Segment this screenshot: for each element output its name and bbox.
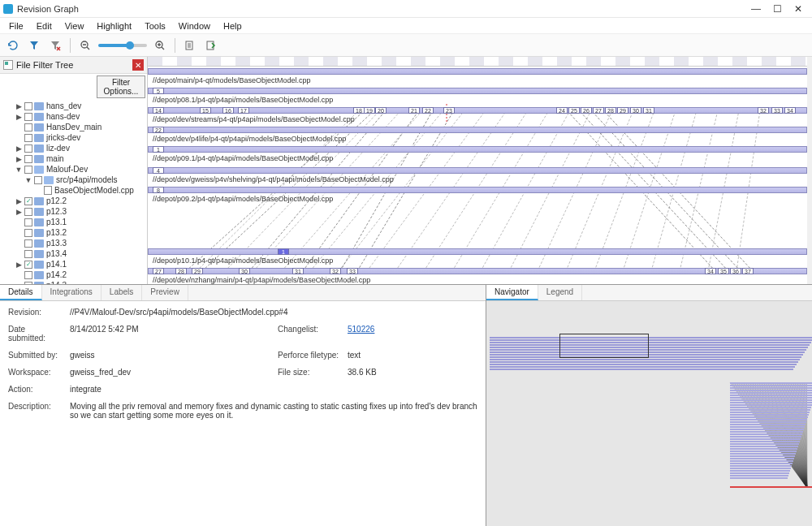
revision-box[interactable]: 23 [443, 107, 455, 114]
tree-item[interactable]: HansDev_main [0, 122, 147, 132]
revision-box[interactable]: 20 [375, 107, 387, 114]
close-button[interactable]: ✕ [793, 3, 804, 15]
revision-box[interactable]: 26 [581, 107, 592, 114]
tree-item[interactable]: ▶hans_dev [0, 101, 147, 111]
revision-box[interactable]: 17 [238, 107, 249, 114]
expand-icon[interactable]: ▼ [24, 176, 32, 184]
expand-icon[interactable]: ▶ [15, 197, 23, 205]
checkbox[interactable] [24, 229, 32, 237]
checkbox[interactable] [24, 155, 32, 163]
refresh-icon[interactable] [5, 37, 21, 54]
expand-icon[interactable]: ▶ [15, 155, 23, 163]
menu-tools[interactable]: Tools [139, 19, 171, 32]
checkbox[interactable] [24, 250, 32, 258]
expand-icon[interactable]: ▶ [15, 261, 23, 269]
revision-box[interactable]: 34 [784, 107, 796, 114]
minimize-button[interactable]: — [750, 3, 762, 15]
file-tree[interactable]: ▶hans_dev▶hans-devHansDev_mainjricks-dev… [0, 100, 147, 284]
revision-box[interactable]: 24 [556, 107, 568, 114]
revision-box[interactable]: 27 [593, 107, 604, 114]
branch-row[interactable]: //depot/dev/streams/p4-qt/p4api/models/B… [148, 107, 807, 116]
tab-details[interactable]: Details [0, 285, 42, 300]
branch-row[interactable]: //depot/dev/p4life/p4-qt/p4api/models/Ba… [148, 127, 807, 136]
tree-item[interactable]: p13.3 [0, 238, 147, 248]
changelist-link[interactable]: 510226 [348, 325, 374, 334]
maximize-button[interactable]: ☐ [771, 3, 783, 15]
revision-box[interactable]: 35 [718, 268, 729, 274]
branch-row[interactable]: //depot/dev/gweiss/p4v/shelving/p4-qt/p4… [148, 167, 807, 176]
revision-box[interactable]: 34 [705, 268, 716, 274]
branch-row[interactable]: //depot/p08.1/p4-qt/p4api/models/BaseObj… [148, 88, 807, 97]
zoom-in-icon[interactable] [152, 37, 168, 54]
tree-item[interactable]: p13.1 [0, 217, 147, 227]
navigator-viewport[interactable] [559, 334, 649, 358]
revision-box[interactable]: 1 [153, 146, 164, 153]
expand-icon[interactable]: ▶ [15, 144, 23, 153]
tree-item[interactable]: ▶p12.3 [0, 206, 147, 217]
tree-item[interactable]: ▶✓p14.1 [0, 259, 147, 269]
revision-box[interactable]: 27 [153, 268, 164, 274]
checkbox[interactable] [24, 166, 32, 174]
sidebar-close-icon[interactable]: ✕ [132, 59, 144, 71]
branch-row[interactable]: //depot/dev/nzhang/main/p4-qt/p4api/mode… [148, 268, 807, 277]
branch-row[interactable]: //depot/p09.1/p4-qt/p4api/models/BaseObj… [148, 146, 807, 155]
expand-icon[interactable]: ▶ [15, 208, 23, 216]
menu-window[interactable]: Window [173, 19, 216, 32]
tree-item[interactable]: ▼src/p4api/models [0, 175, 147, 185]
menu-help[interactable]: Help [218, 19, 248, 32]
tab-navigator[interactable]: Navigator [486, 285, 538, 300]
menu-highlight[interactable]: Highlight [91, 19, 137, 32]
checkbox[interactable] [24, 218, 32, 226]
tree-item[interactable]: p14.3 [0, 280, 147, 284]
revision-box[interactable]: 21 [408, 107, 420, 114]
goto-icon[interactable] [203, 37, 219, 54]
graph-body[interactable]: //depot/main/p4-qt/models/BaseObjectMode… [148, 67, 807, 284]
branch-row[interactable]: //depot/p09.2/p4-qt/p4api/models/BaseObj… [148, 187, 807, 196]
menu-view[interactable]: View [59, 19, 90, 32]
tree-item[interactable]: p14.2 [0, 269, 147, 280]
tab-legend[interactable]: Legend [538, 285, 582, 300]
tree-item[interactable]: p13.2 [0, 227, 147, 238]
revision-box[interactable]: 25 [568, 107, 580, 114]
checkbox[interactable] [24, 271, 32, 279]
revision-box[interactable]: 28 [605, 107, 616, 114]
checkbox[interactable] [24, 102, 32, 110]
branch-row[interactable]: //depot/p10.1/p4-qt/p4api/models/BaseObj… [148, 248, 807, 257]
expand-icon[interactable]: ▶ [15, 102, 23, 110]
checkbox[interactable] [24, 113, 32, 121]
revision-box[interactable]: 32 [758, 107, 769, 114]
revision-box[interactable]: 19 [364, 107, 375, 114]
expand-icon[interactable]: ▼ [15, 166, 23, 174]
revision-box[interactable]: 29 [192, 268, 203, 274]
revision-box[interactable]: 30 [239, 268, 250, 274]
tree-item[interactable]: ▶main [0, 153, 147, 164]
revision-box[interactable]: 32 [330, 268, 341, 274]
revision-box[interactable]: 30 [630, 107, 641, 114]
revision-box[interactable]: 37 [742, 268, 754, 274]
checkbox[interactable]: ✓ [24, 197, 32, 205]
revision-box[interactable]: 36 [730, 268, 741, 274]
revision-box[interactable]: 22 [153, 127, 164, 133]
checkbox[interactable] [24, 282, 32, 285]
expand-icon[interactable]: ▶ [15, 113, 23, 121]
zoom-out-icon[interactable] [77, 37, 93, 54]
revision-box[interactable]: 31 [292, 268, 304, 274]
filter-options-button[interactable]: Filter Options... [97, 75, 145, 98]
revision-box[interactable]: 33 [347, 268, 358, 274]
tree-item[interactable]: ▶liz-dev [0, 143, 147, 153]
revision-box[interactable]: 4 [153, 167, 164, 174]
revision-box[interactable]: 15 [200, 107, 211, 114]
revision-box[interactable]: 14 [153, 107, 164, 114]
tree-item[interactable]: BaseObjectModel.cpp [0, 185, 147, 196]
filter-icon[interactable] [26, 37, 42, 54]
tree-item[interactable]: jricks-dev [0, 132, 147, 143]
tree-item[interactable]: ▶hans-dev [0, 111, 147, 122]
revision-box[interactable]: 8 [153, 187, 164, 193]
navigator-body[interactable] [486, 301, 812, 526]
revision-box[interactable]: 28 [175, 268, 187, 274]
checkbox[interactable] [24, 144, 32, 153]
revision-box[interactable]: 5 [153, 88, 164, 94]
checkbox[interactable]: ✓ [24, 261, 32, 269]
revision-box[interactable]: 22 [422, 107, 434, 114]
checkbox[interactable] [24, 123, 32, 132]
